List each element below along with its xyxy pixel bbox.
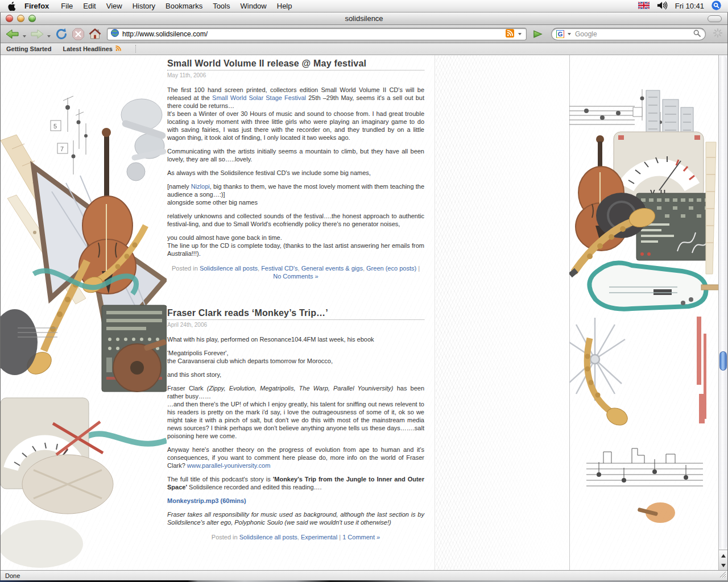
harp-illustration — [34, 167, 164, 345]
post-paragraph: The full title of this podcast's story i… — [167, 475, 424, 491]
bookmark-getting-started[interactable]: Getting Started — [6, 45, 51, 52]
url-field[interactable]: http://www.solidsilence.com/ — [107, 28, 527, 40]
menu-item-bookmarks[interactable]: Bookmarks — [160, 0, 208, 12]
scroll-up-icon[interactable] — [719, 551, 727, 560]
menu-item-edit[interactable]: Edit — [78, 0, 101, 12]
uk-flag-icon[interactable] — [638, 2, 650, 11]
back-button[interactable] — [5, 27, 20, 41]
blog-post: Fraser Clark reads ‘Monkey’s Trip…’ Apri… — [167, 307, 424, 541]
timpani-illustration — [22, 422, 113, 514]
menu-item-window[interactable]: Window — [235, 0, 272, 12]
sidebar-watermark-pattern — [436, 55, 569, 570]
staff-doodle-bottom — [586, 448, 703, 486]
post-paragraph: Anyway here's another theory on the prog… — [167, 446, 424, 469]
svg-text:VU: VU — [36, 479, 55, 487]
search-engine-dropdown-icon[interactable] — [568, 33, 571, 35]
post-link[interactable]: No Comments » — [273, 273, 318, 280]
post-link[interactable]: General events & gigs — [301, 265, 363, 272]
vertical-scrollbar[interactable] — [718, 55, 727, 570]
saxophone-illustration — [569, 206, 657, 278]
post-paragraph: and this short story, — [167, 371, 424, 379]
post-text-emphasis: 'Monkey's Trip from the Jungle to Inner … — [167, 476, 424, 490]
apple-logo-icon[interactable] — [8, 2, 16, 11]
zoom-button[interactable] — [28, 15, 36, 22]
svg-text:5: 5 — [53, 123, 57, 130]
window-title: solidsilence — [345, 14, 383, 23]
minimize-button[interactable] — [17, 15, 24, 22]
post-link[interactable]: Festival CD's — [261, 265, 297, 272]
spotlight-icon[interactable] — [712, 1, 721, 12]
post-link[interactable]: Solidsilence all posts — [200, 265, 258, 272]
status-text: Done — [5, 572, 20, 579]
menu-bar: FirefoxFileEditViewHistoryBookmarksTools… — [0, 0, 728, 13]
window-controls — [6, 15, 36, 22]
volume-icon[interactable] — [657, 1, 668, 11]
post-link[interactable]: Small World Solar Stage Festival — [212, 94, 306, 101]
close-button[interactable] — [6, 15, 13, 22]
throbber-icon — [713, 28, 723, 40]
posts-container: Small World Volume II release @ May fest… — [167, 58, 424, 570]
back-dropdown-icon[interactable] — [23, 35, 26, 38]
guitar-neck-illustration — [1, 135, 80, 251]
menu-item-help[interactable]: Help — [272, 0, 297, 12]
post-link[interactable]: Experimental — [301, 534, 337, 541]
bookmark-label: Getting Started — [6, 45, 51, 52]
web-page: 5 7 — [1, 55, 718, 570]
post-paragraph: Fraser takes all responsibility for musi… — [167, 510, 424, 526]
post-text-emphasis: Fraser takes all responsibility for musi… — [167, 511, 424, 526]
search-magnifier-icon[interactable] — [693, 30, 701, 39]
browser-window: solidsilence http://www — [0, 13, 728, 580]
home-button[interactable] — [88, 27, 102, 41]
search-field[interactable]: G Google — [551, 28, 706, 40]
guitar-body-illustration — [113, 339, 167, 392]
recorder-illustration — [7, 195, 86, 304]
music-notation-sketch: 5 7 — [51, 96, 88, 174]
menu-item-history[interactable]: History — [127, 0, 160, 12]
menu-item-file[interactable]: File — [56, 0, 78, 12]
post-paragraph: Monkeystrip.mp3 (60mins) — [167, 497, 424, 505]
stop-button[interactable] — [71, 27, 85, 41]
title-bar[interactable]: solidsilence — [1, 13, 727, 25]
post-link[interactable]: Green (eco posts) — [366, 265, 416, 272]
post-link[interactable]: 1 Comment » — [342, 534, 380, 541]
menu-item-firefox[interactable]: Firefox — [19, 0, 56, 12]
search-input-text[interactable]: Google — [575, 30, 690, 38]
post-paragraph: The first 100 hand screen printed, colle… — [167, 86, 424, 142]
mixer-panel-illustration — [102, 305, 167, 392]
post-link[interactable]: Solidsilence all posts — [239, 534, 297, 541]
feed-dropdown-icon[interactable] — [518, 33, 522, 35]
buildings-illustration — [646, 90, 693, 164]
electric-guitar-illustration — [589, 263, 718, 309]
bookmarks-separator — [135, 45, 136, 53]
post-title: Fraser Clark reads ‘Monkey’s Trip…’ — [167, 307, 424, 320]
post-paragraph: 'Megatripolis Forever',the Caravanserai … — [167, 349, 424, 365]
menu-clock[interactable]: Fri 10:41 — [675, 2, 704, 10]
post-paragraph: What with his play, performed on Resonan… — [167, 335, 424, 343]
reload-button[interactable] — [54, 27, 69, 41]
left-artwork-collage: 5 7 — [1, 55, 167, 570]
rss-icon[interactable] — [506, 29, 514, 39]
saxophone-bottom-illustration — [585, 338, 631, 429]
resize-grip-icon[interactable] — [719, 571, 726, 579]
mixer-panel-illustration — [636, 193, 713, 260]
go-button[interactable] — [531, 27, 545, 41]
bookmark-latest-headlines[interactable]: Latest Headlines — [63, 45, 121, 53]
menu-item-tools[interactable]: Tools — [208, 0, 235, 12]
right-artwork-collage: VU — [569, 55, 718, 570]
forward-button[interactable] — [30, 27, 44, 41]
scroll-down-icon[interactable] — [719, 560, 727, 570]
scrollbar-thumb[interactable] — [719, 351, 727, 371]
url-text[interactable]: http://www.solidsilence.com/ — [122, 30, 502, 38]
red-accents — [697, 317, 706, 423]
toolbar-toggle-pill[interactable] — [708, 15, 722, 22]
scrollbar-arrows — [719, 550, 727, 570]
post-link[interactable]: www.parallel-youniversity.com — [187, 462, 271, 469]
post-footer: Posted in Solidsilence all posts, Experi… — [167, 533, 424, 541]
scrollbar-track[interactable] — [719, 56, 727, 550]
post-link[interactable]: Monkeystrip.mp3 (60mins) — [167, 497, 246, 504]
post-link[interactable]: Nizlopi — [191, 183, 210, 190]
menu-item-view[interactable]: View — [101, 0, 127, 12]
post-paragraph: Fraser Clark (Zippy, Evolution, Megatrip… — [167, 384, 424, 440]
forward-dropdown-icon[interactable] — [47, 35, 51, 38]
navigation-toolbar: http://www.solidsilence.com/ G Google — [1, 25, 727, 43]
